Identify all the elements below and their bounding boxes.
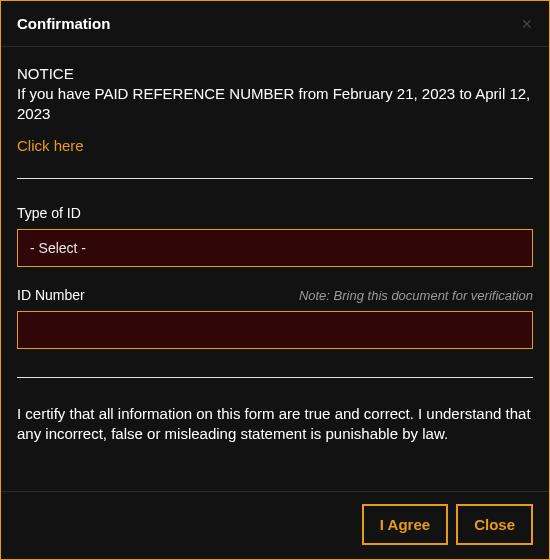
- id-number-label-row: ID Number Note: Bring this document for …: [17, 287, 533, 303]
- certification-text: I certify that all information on this f…: [17, 404, 533, 445]
- close-button[interactable]: Close: [456, 504, 533, 545]
- type-of-id-selected: - Select -: [30, 240, 86, 256]
- id-number-input[interactable]: [17, 311, 533, 349]
- modal-title: Confirmation: [17, 15, 110, 32]
- type-of-id-select[interactable]: - Select -: [17, 229, 533, 267]
- type-of-id-label: Type of ID: [17, 205, 533, 221]
- click-here-link[interactable]: Click here: [17, 137, 84, 154]
- modal-header: Confirmation ✕: [1, 1, 549, 47]
- notice-title: NOTICE: [17, 65, 533, 82]
- close-icon[interactable]: ✕: [521, 17, 533, 31]
- id-number-note: Note: Bring this document for verificati…: [299, 288, 533, 303]
- notice-text: If you have PAID REFERENCE NUMBER from F…: [17, 84, 533, 125]
- id-number-label: ID Number: [17, 287, 85, 303]
- agree-button[interactable]: I Agree: [362, 504, 448, 545]
- modal-body: NOTICE If you have PAID REFERENCE NUMBER…: [1, 47, 549, 491]
- modal-footer: I Agree Close: [1, 491, 549, 559]
- divider: [17, 377, 533, 378]
- divider: [17, 178, 533, 179]
